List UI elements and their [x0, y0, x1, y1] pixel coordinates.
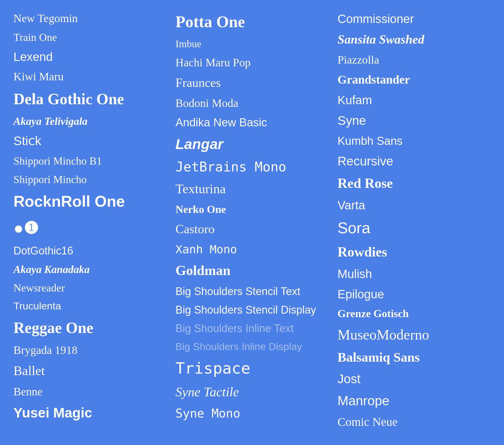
font-item-syne-mono[interactable]: Syne Mono [175, 403, 329, 423]
font-item-manrope[interactable]: Manrope [337, 390, 491, 412]
font-item-new-tegomin[interactable]: New Tegomin [13, 9, 167, 28]
font-item-benne[interactable]: Benne [13, 382, 167, 401]
font-list-grid: New TegominTrain OneLexendKiwi MaruDela … [9, 6, 495, 435]
font-item-grandstander[interactable]: Grandstander [337, 70, 491, 90]
font-item-big-shoulders-inline-text[interactable]: Big Shoulders Inline Text [175, 320, 329, 337]
font-item-truculenta[interactable]: Truculenta [13, 297, 167, 314]
font-item-langar[interactable]: Langar [175, 133, 329, 156]
font-item-grenze-gotisch[interactable]: Grenze Gotisch [337, 305, 491, 323]
font-item-jetbrains-mono[interactable]: JetBrains Mono [175, 156, 329, 178]
font-item-big-shoulders-inline-display[interactable]: Big Shoulders Inline Display [175, 338, 329, 355]
font-item-nerko-one[interactable]: Nerko One [175, 200, 329, 218]
font-item-museo-moderno[interactable]: MuseoModerno [337, 323, 491, 346]
font-item-akaya-telivigala[interactable]: Akaya Telivigala [13, 112, 167, 130]
font-item-brygada-1918[interactable]: Brygada 1918 [13, 341, 167, 360]
font-item-dela-gothic-one[interactable]: Dela Gothic One [13, 87, 167, 111]
font-item-reggae-one[interactable]: Reggae One [13, 315, 167, 340]
font-item-rocknroll-one[interactable]: RocknRoll One [13, 189, 167, 214]
font-item-shippori-mincho-b1[interactable]: Shippori Mincho B1 [13, 152, 167, 170]
font-item-akaya-kanadaka[interactable]: Akaya Kanadaka [13, 260, 167, 278]
font-item-varta[interactable]: Varta [337, 195, 491, 215]
font-item-potta-one[interactable]: Potta One [175, 9, 329, 35]
font-item-andika-new-basic[interactable]: Andika New Basic [175, 113, 329, 132]
font-item-trispace[interactable]: Trispace [175, 356, 329, 381]
font-item-kumbh-sans[interactable]: Kumbh Sans [337, 132, 491, 151]
font-item-sansita-swashed[interactable]: Sansita Swashed [337, 29, 491, 50]
font-item-xanh-mono[interactable]: Xanh Mono [175, 240, 329, 259]
font-item-train-one[interactable]: Train One [13, 28, 167, 46]
font-item-recursive[interactable]: Recursive [337, 151, 491, 172]
font-item-fraunces[interactable]: Fraunces [175, 73, 329, 93]
font-item-castoro[interactable]: Castoro [175, 219, 329, 240]
font-item-o1[interactable]: ●❶ [13, 215, 167, 241]
font-item-rowdies[interactable]: Rowdies [337, 241, 491, 263]
font-item-piazzolla[interactable]: Piazzolla [337, 50, 491, 69]
font-item-syne-tactile[interactable]: Syne Tactile [175, 381, 329, 403]
font-column-2: Potta OneImbueHachi Maru PopFrauncesBodo… [171, 6, 333, 435]
font-item-imbue[interactable]: Imbue [175, 35, 329, 52]
font-column-3: CommissionerSansita SwashedPiazzollaGran… [333, 6, 495, 435]
font-item-hachi-maru-pop[interactable]: Hachi Maru Pop [175, 53, 329, 72]
font-item-dotgothic16[interactable]: DotGothic16 [13, 242, 167, 260]
font-item-kufam[interactable]: Kufam [337, 90, 491, 110]
font-item-ballet[interactable]: Ballet [13, 360, 167, 382]
font-item-commissioner[interactable]: Commissioner [337, 9, 491, 29]
font-item-newsreader[interactable]: Newsreader [13, 279, 167, 297]
font-item-sora[interactable]: Sora [337, 216, 491, 240]
font-item-balsamiq-sans[interactable]: Balsamiq Sans [337, 347, 491, 368]
font-item-epilogue[interactable]: Epilogue [337, 284, 491, 304]
font-item-texturina[interactable]: Texturina [175, 178, 329, 200]
font-item-comic-neue[interactable]: Comic Neue [337, 412, 491, 432]
font-item-big-shoulders-stencil-display[interactable]: Big Shoulders Stencil Display [175, 301, 329, 319]
font-item-big-shoulders-stencil-text[interactable]: Big Shoulders Stencil Text [175, 283, 329, 300]
font-item-syne[interactable]: Syne [337, 111, 491, 131]
font-column-1: New TegominTrain OneLexendKiwi MaruDela … [9, 6, 171, 435]
font-item-lexend[interactable]: Lexend [13, 47, 167, 67]
font-item-goldman[interactable]: Goldman [175, 260, 329, 282]
font-item-jost[interactable]: Jost [337, 369, 491, 389]
font-item-mulish[interactable]: Mulish [337, 264, 491, 284]
font-item-stick[interactable]: Stiᴄk [13, 131, 167, 151]
font-item-yusei-magic[interactable]: Yusei Magic [13, 402, 167, 424]
font-item-red-rose[interactable]: Red Rose [337, 172, 491, 195]
font-item-bodoni-moda[interactable]: Bodoni Moda [175, 94, 329, 113]
font-item-shippori-mincho[interactable]: Shippori Mincho [13, 171, 167, 188]
font-item-kiwi-maru[interactable]: Kiwi Maru [13, 67, 167, 86]
